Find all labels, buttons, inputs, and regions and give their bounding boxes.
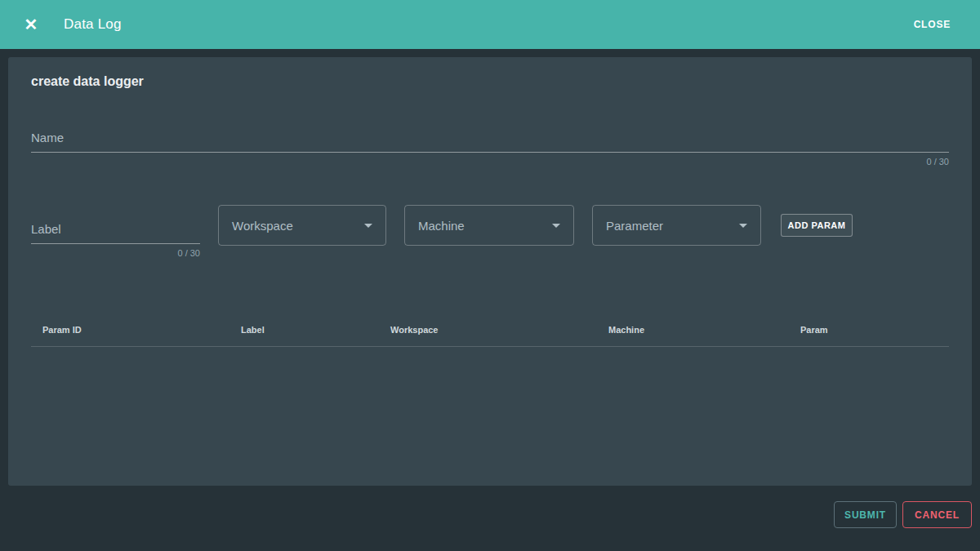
app-bar: ✕ Data Log CLOSE: [0, 0, 980, 49]
add-param-button[interactable]: ADD PARAM: [781, 214, 853, 237]
col-header-workspace: Workspace: [390, 325, 439, 335]
cancel-button[interactable]: CANCEL: [902, 501, 972, 528]
label-char-counter: 0 / 30: [31, 248, 200, 258]
close-icon[interactable]: ✕: [21, 15, 41, 34]
label-input[interactable]: [31, 217, 200, 244]
workspace-select[interactable]: Workspace: [218, 205, 386, 246]
machine-select-label: Machine: [418, 219, 544, 233]
create-data-logger-panel: create data logger 0 / 30 0 / 30 Workspa…: [8, 57, 972, 486]
chevron-down-icon: [364, 224, 372, 228]
table-header-divider: [31, 346, 949, 347]
parameter-select[interactable]: Parameter: [592, 205, 761, 246]
label-field-wrapper: 0 / 30: [31, 217, 200, 258]
page-title: create data logger: [31, 74, 144, 89]
chevron-down-icon: [552, 224, 560, 228]
name-char-counter: 0 / 30: [31, 157, 949, 167]
dialog-title: Data Log: [64, 16, 122, 33]
col-header-param-id: Param ID: [42, 325, 82, 335]
chevron-down-icon: [739, 224, 747, 228]
col-header-label: Label: [241, 325, 265, 335]
name-input[interactable]: [31, 126, 949, 153]
parameter-select-label: Parameter: [606, 219, 731, 233]
col-header-param: Param: [800, 325, 828, 335]
machine-select[interactable]: Machine: [404, 205, 574, 246]
workspace-select-label: Workspace: [232, 219, 356, 233]
col-header-machine: Machine: [608, 325, 644, 335]
close-button[interactable]: CLOSE: [906, 12, 959, 37]
param-table-header: Param ID Label Workspace Machine Param: [8, 325, 972, 341]
name-field-wrapper: 0 / 30: [31, 126, 949, 167]
submit-button[interactable]: SUBMIT: [834, 501, 897, 528]
